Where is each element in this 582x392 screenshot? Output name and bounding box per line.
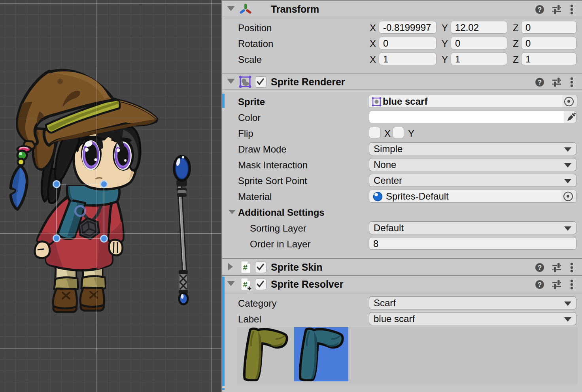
svg-text:#: #	[243, 263, 247, 272]
svg-text:?: ?	[538, 264, 542, 271]
svg-text:?: ?	[538, 6, 542, 13]
svg-text:?: ?	[538, 79, 542, 86]
svg-text:?: ?	[538, 281, 542, 288]
svg-text:#: #	[243, 280, 247, 289]
